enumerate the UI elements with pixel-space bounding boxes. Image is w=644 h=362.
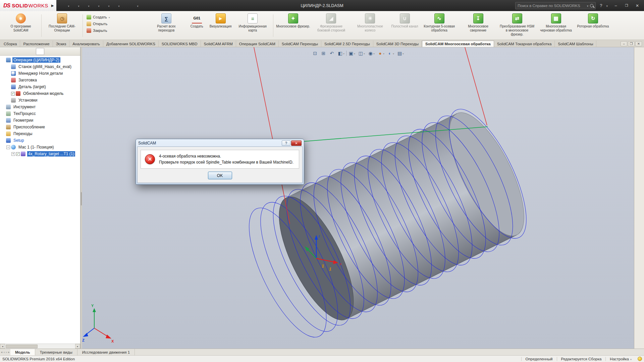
quick-access-button[interactable] bbox=[112, 2, 121, 10]
first-sheet-button[interactable] bbox=[1, 351, 3, 354]
panel-tab[interactable] bbox=[18, 48, 27, 55]
sheet-tab[interactable]: Исследование движения 1 bbox=[77, 349, 135, 355]
cam-small-button[interactable] bbox=[130, 14, 137, 20]
tree-item[interactable]: 4x_Rotary_target ...T1 (1) bbox=[0, 150, 80, 157]
minimize-button[interactable] bbox=[610, 1, 621, 10]
dropdown-caret-icon[interactable] bbox=[354, 51, 355, 56]
command-tab[interactable]: SolidCAM AFRM bbox=[201, 41, 236, 47]
expander-icon[interactable] bbox=[11, 152, 15, 156]
dropdown-caret-icon[interactable] bbox=[373, 51, 375, 56]
tree-item[interactable]: ТехПроцесс bbox=[0, 110, 80, 117]
status-item[interactable]: Определенный bbox=[521, 357, 557, 361]
dropdown-caret-icon[interactable] bbox=[630, 357, 632, 361]
command-tab[interactable]: SolidCAM Шаблоны bbox=[555, 41, 596, 47]
search-scope-caret-icon[interactable] bbox=[587, 3, 589, 8]
dropdown-caret-icon[interactable] bbox=[402, 51, 404, 56]
cylinder-model[interactable] bbox=[234, 99, 542, 347]
sheet-tab[interactable]: Трехмерные виды bbox=[35, 349, 77, 355]
search-icon[interactable] bbox=[590, 4, 593, 7]
graphics-viewport[interactable]: z x 1 1 Y X Z bbox=[82, 47, 634, 349]
ribbon-command[interactable]: Многолопастное колесо bbox=[351, 12, 389, 40]
command-tab[interactable]: SolidCAM 2.5D Переходы bbox=[321, 41, 373, 47]
command-tab[interactable]: Операция SolidCAM bbox=[236, 41, 279, 47]
dropdown-caret-icon[interactable] bbox=[78, 3, 79, 8]
view-toolbar-button[interactable] bbox=[311, 50, 319, 57]
cam-small-button[interactable] bbox=[122, 14, 129, 20]
ribbon-command[interactable]: Многоосевая черновая обработка bbox=[537, 12, 576, 40]
task-pane-tab[interactable] bbox=[635, 50, 643, 58]
panel-horizontal-scrollbar[interactable]: ◂ ▸ bbox=[0, 344, 80, 349]
tree-item[interactable]: Setup bbox=[0, 137, 80, 144]
view-toolbar-button[interactable] bbox=[336, 50, 345, 57]
quick-tips-icon[interactable] bbox=[638, 357, 642, 361]
dialog-titlebar[interactable]: SolidCAM bbox=[137, 140, 303, 146]
dialog-help-button[interactable] bbox=[282, 140, 290, 146]
command-tab[interactable]: Добавления SOLIDWORKS bbox=[103, 41, 159, 47]
dropdown-caret-icon[interactable] bbox=[109, 15, 110, 19]
command-tab[interactable]: SOLIDWORKS MBD bbox=[159, 41, 201, 47]
tree-item[interactable]: Переходы bbox=[0, 130, 80, 137]
dropdown-caret-icon[interactable] bbox=[343, 51, 344, 56]
cam-small-button[interactable] bbox=[115, 21, 121, 28]
dropdown-caret-icon[interactable] bbox=[98, 3, 100, 8]
next-sheet-button[interactable] bbox=[6, 351, 7, 354]
tree-item[interactable]: Приспособление bbox=[0, 124, 80, 130]
cam-file-button[interactable]: Создать bbox=[85, 14, 111, 20]
tree-item[interactable]: Станок (gMill_Haas_4x_eval) bbox=[0, 63, 80, 70]
tree-item[interactable]: Заготовка bbox=[0, 77, 80, 83]
command-tab[interactable]: SolidCAM Многоосевая обработка bbox=[422, 41, 494, 47]
3d-scene[interactable]: z x 1 1 Y X Z bbox=[82, 47, 634, 349]
ribbon-command[interactable]: Информационная карта bbox=[233, 12, 272, 40]
tree-item[interactable]: Мас 1 (1- Позиция) bbox=[0, 144, 80, 150]
quick-access-button[interactable] bbox=[92, 2, 101, 10]
help-search-box[interactable] bbox=[515, 2, 596, 9]
ribbon-about-solidcam[interactable]: О программе SolidCAM bbox=[1, 12, 40, 40]
task-pane-tab[interactable] bbox=[635, 82, 643, 90]
dropdown-caret-icon[interactable] bbox=[68, 3, 69, 8]
tree-item[interactable]: Обновлённая модель bbox=[0, 90, 80, 97]
quick-access-button[interactable] bbox=[130, 2, 140, 10]
panel-tab[interactable] bbox=[1, 48, 9, 55]
scrollbar-thumb[interactable] bbox=[6, 345, 38, 348]
previous-sheet-button[interactable] bbox=[4, 351, 5, 354]
tree-item[interactable]: Геометрии bbox=[0, 117, 80, 124]
quick-access-button[interactable] bbox=[81, 2, 90, 10]
status-item[interactable]: Редактируется Сборка bbox=[557, 357, 606, 361]
quick-access-button[interactable] bbox=[102, 2, 111, 10]
view-toolbar-button[interactable] bbox=[367, 50, 376, 57]
tree-item[interactable]: Установки bbox=[0, 97, 80, 104]
dropdown-caret-icon[interactable] bbox=[108, 3, 110, 8]
dropdown-caret-icon[interactable] bbox=[364, 51, 365, 56]
tree-checkbox[interactable] bbox=[16, 152, 20, 156]
panel-tab[interactable] bbox=[36, 48, 44, 55]
ok-button[interactable]: OK bbox=[208, 172, 232, 179]
ribbon-command[interactable]: Контурная 5-осевая обработка bbox=[420, 12, 459, 40]
task-pane-tab[interactable] bbox=[635, 71, 643, 79]
doc-restore-button[interactable] bbox=[628, 41, 635, 46]
doc-minimize-button[interactable] bbox=[621, 41, 627, 46]
tree-item[interactable]: Инструмент bbox=[0, 104, 80, 110]
tree-item[interactable]: Менеджер Ноля детали bbox=[0, 70, 80, 77]
close-button[interactable] bbox=[632, 1, 643, 10]
command-tab[interactable]: Расположение bbox=[20, 41, 53, 47]
tree-checkbox[interactable] bbox=[11, 92, 15, 96]
ribbon-command[interactable]: Роторная обработка bbox=[576, 12, 611, 40]
dropdown-caret-icon[interactable] bbox=[393, 51, 394, 56]
cam-small-button[interactable] bbox=[115, 14, 121, 20]
task-pane-tab[interactable] bbox=[635, 93, 643, 101]
cam-small-button[interactable] bbox=[138, 14, 144, 20]
view-toolbar-button[interactable] bbox=[376, 50, 385, 57]
dropdown-caret-icon[interactable] bbox=[118, 3, 120, 8]
task-pane-tab[interactable] bbox=[635, 104, 643, 112]
dialog-close-button[interactable] bbox=[291, 140, 302, 146]
view-toolbar-button[interactable] bbox=[346, 51, 346, 56]
cam-small-button[interactable] bbox=[130, 21, 137, 28]
view-toolbar-button[interactable] bbox=[357, 50, 366, 57]
command-tab[interactable]: Анализировать bbox=[69, 41, 103, 47]
cam-small-button[interactable] bbox=[122, 21, 129, 28]
maximize-button[interactable] bbox=[621, 1, 632, 10]
scroll-right-button[interactable]: ▸ bbox=[75, 344, 80, 349]
cam-file-button[interactable]: Открыть bbox=[85, 20, 111, 27]
view-toolbar-button[interactable] bbox=[347, 50, 356, 57]
view-toolbar-button[interactable] bbox=[328, 50, 336, 57]
